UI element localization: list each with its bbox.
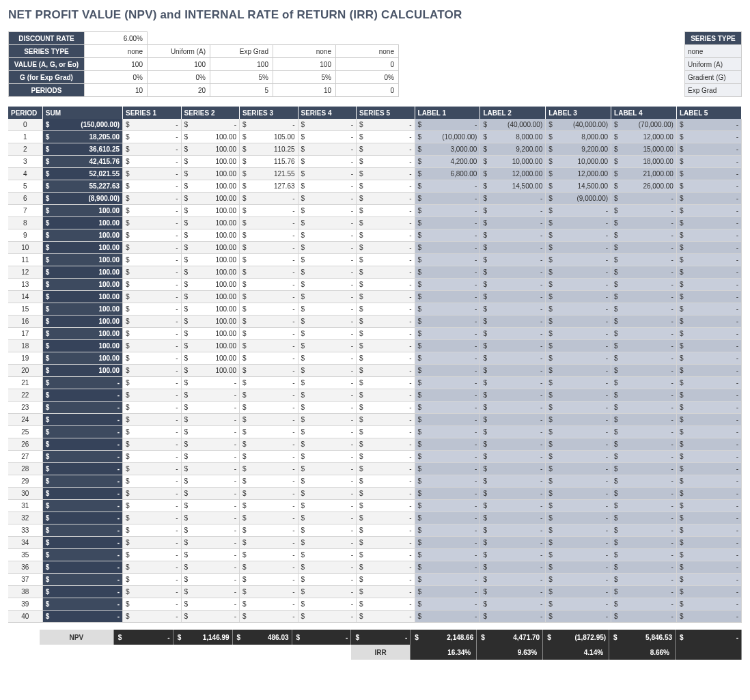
irr-cell: 9.63% — [477, 645, 543, 660]
periods-cell[interactable]: 20 — [148, 84, 210, 97]
money-cell: $- — [298, 180, 357, 193]
g-cell[interactable]: 0% — [85, 71, 148, 84]
money-cell: $- — [611, 475, 677, 488]
table-row: 7$100.00$-$100.00$-$-$-$-$-$-$-$- — [8, 205, 742, 217]
money-cell: $- — [357, 451, 415, 463]
table-row: 32$-$-$-$-$-$-$-$-$-$-$- — [8, 512, 742, 524]
money-cell: $- — [546, 266, 611, 279]
money-cell: $- — [611, 598, 677, 611]
money-cell: $- — [676, 156, 741, 168]
money-cell: $- — [546, 389, 611, 402]
money-cell: $- — [123, 242, 182, 254]
money-cell: $- — [415, 217, 480, 229]
value-cell[interactable]: 0 — [336, 58, 399, 71]
money-cell: $- — [676, 365, 741, 377]
discount-rate-cell[interactable]: 6.00% — [85, 32, 148, 45]
money-cell: $- — [611, 438, 677, 451]
money-cell: $- — [415, 586, 480, 598]
money-cell: $- — [357, 598, 415, 611]
periods-cell[interactable]: 10 — [85, 84, 148, 97]
money-cell: $- — [546, 303, 611, 316]
table-row: 25$-$-$-$-$-$-$-$-$-$-$- — [8, 426, 742, 438]
money-cell: $- — [42, 414, 122, 426]
money-cell: $- — [676, 537, 741, 549]
money-cell: $100.00 — [42, 316, 122, 328]
series-type-cell[interactable]: Exp Grad — [210, 45, 273, 58]
value-cell[interactable]: 100 — [210, 58, 273, 71]
money-cell: $- — [298, 586, 357, 598]
money-cell: $100.00 — [181, 143, 240, 156]
series-type-cell[interactable]: Uniform (A) — [148, 45, 210, 58]
money-cell: $100.00 — [181, 328, 240, 340]
g-cell[interactable]: 5% — [210, 71, 273, 84]
col-label: LABEL 1 — [415, 107, 480, 119]
g-cell[interactable]: 0% — [148, 71, 210, 84]
col-series: SERIES 1 — [123, 107, 182, 119]
money-cell: $18,205.00 — [42, 131, 122, 143]
series-type-legend: SERIES TYPE none Uniform (A) Gradient (G… — [684, 31, 742, 97]
period-cell: 12 — [8, 266, 42, 279]
money-cell: $- — [240, 561, 298, 574]
money-cell: $(10,000.00) — [415, 131, 480, 143]
value-cell[interactable]: 100 — [273, 58, 336, 71]
period-cell: 9 — [8, 229, 42, 242]
period-cell: 10 — [8, 242, 42, 254]
table-row: 34$-$-$-$-$-$-$-$-$-$-$- — [8, 537, 742, 549]
money-cell: $- — [181, 119, 240, 131]
period-cell: 11 — [8, 254, 42, 266]
money-cell: $- — [611, 193, 677, 205]
period-cell: 29 — [8, 475, 42, 488]
money-cell: $- — [42, 586, 122, 598]
money-cell: $- — [357, 217, 415, 229]
money-cell: $- — [415, 242, 480, 254]
npv-cell: $(1,872.95) — [543, 630, 609, 645]
series-type-cell[interactable]: none — [273, 45, 336, 58]
money-cell: $- — [611, 402, 677, 414]
money-cell: $- — [357, 229, 415, 242]
money-cell: $- — [480, 377, 546, 389]
periods-cell[interactable]: 5 — [210, 84, 273, 97]
periods-cell[interactable]: 10 — [273, 84, 336, 97]
value-cell[interactable]: 100 — [148, 58, 210, 71]
period-cell: 7 — [8, 205, 42, 217]
money-cell: $- — [357, 316, 415, 328]
money-cell: $- — [676, 598, 741, 611]
value-cell[interactable]: 100 — [85, 58, 148, 71]
table-row: 1$18,205.00$-$100.00$105.00$-$-$(10,000.… — [8, 131, 742, 143]
periods-cell[interactable]: 0 — [336, 84, 399, 97]
period-cell: 28 — [8, 463, 42, 475]
money-cell: $- — [676, 426, 741, 438]
money-cell: $- — [357, 131, 415, 143]
money-cell: $- — [676, 512, 741, 524]
series-type-cell[interactable]: none — [336, 45, 399, 58]
period-cell: 5 — [8, 180, 42, 193]
money-cell: $- — [357, 377, 415, 389]
money-cell: $- — [42, 488, 122, 500]
money-cell: $- — [240, 303, 298, 316]
money-cell: $- — [480, 574, 546, 586]
money-cell: $- — [415, 180, 480, 193]
money-cell: $(150,000.00) — [42, 119, 122, 131]
money-cell: $- — [676, 291, 741, 303]
table-row: 9$100.00$-$100.00$-$-$-$-$-$-$-$- — [8, 229, 742, 242]
money-cell: $- — [611, 549, 677, 561]
table-row: 13$100.00$-$100.00$-$-$-$-$-$-$-$- — [8, 279, 742, 291]
g-cell[interactable]: 0% — [336, 71, 399, 84]
money-cell: $- — [676, 488, 741, 500]
period-cell: 31 — [8, 500, 42, 512]
money-cell: $- — [415, 451, 480, 463]
money-cell: $- — [123, 193, 182, 205]
g-cell[interactable]: 5% — [273, 71, 336, 84]
series-type-cell[interactable]: none — [85, 45, 148, 58]
table-row: 30$-$-$-$-$-$-$-$-$-$-$- — [8, 488, 742, 500]
money-cell: $- — [42, 451, 122, 463]
money-cell: $- — [415, 402, 480, 414]
table-row: 19$100.00$-$100.00$-$-$-$-$-$-$-$- — [8, 352, 742, 365]
money-cell: $- — [298, 242, 357, 254]
money-cell: $100.00 — [42, 365, 122, 377]
period-cell: 39 — [8, 598, 42, 611]
period-cell: 26 — [8, 438, 42, 451]
money-cell: $- — [480, 291, 546, 303]
col-series: SERIES 2 — [181, 107, 240, 119]
money-cell: $- — [415, 303, 480, 316]
